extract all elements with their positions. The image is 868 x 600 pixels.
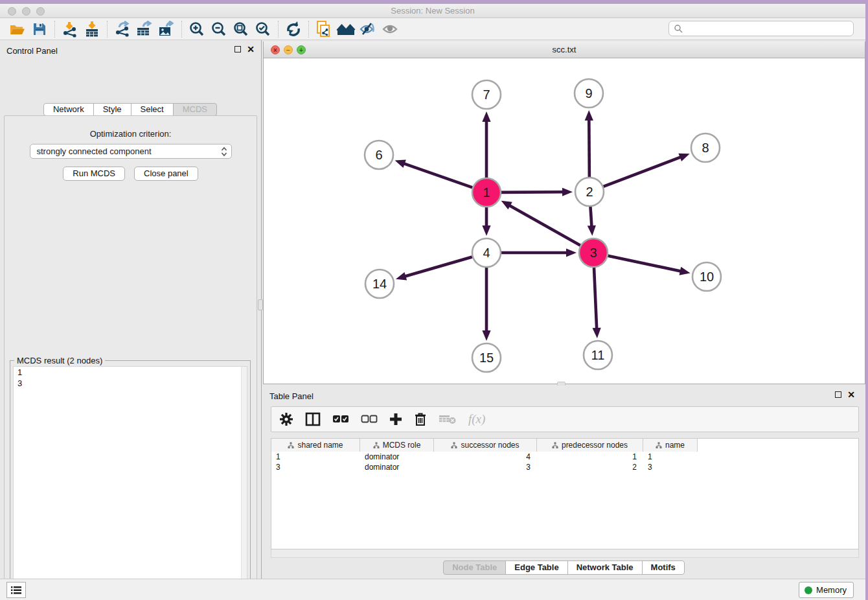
table-cell[interactable]: dominator	[360, 452, 434, 462]
tab-node-table[interactable]: Node Table	[443, 560, 506, 575]
gear-icon	[279, 412, 293, 426]
table-cell[interactable]: 1	[643, 452, 698, 462]
delete-table-button[interactable]	[439, 410, 457, 428]
criterion-dropdown[interactable]: strongly connected component	[30, 144, 232, 159]
table-cell[interactable]: 3	[271, 462, 360, 472]
column-header-predecessor-nodes[interactable]: predecessor nodes	[537, 439, 643, 452]
table-cell[interactable]: 3	[434, 462, 537, 472]
delete-row-button[interactable]	[414, 410, 427, 428]
table-row[interactable]: 3dominator323	[271, 462, 858, 472]
column-type-icon	[451, 442, 457, 448]
show-panels-button[interactable]	[6, 582, 26, 598]
zoom-fit-button[interactable]	[230, 20, 252, 38]
control-panel-float-icon[interactable]	[234, 46, 241, 52]
add-row-button[interactable]	[389, 410, 402, 428]
mcds-result-list[interactable]: 13	[13, 366, 247, 600]
save-session-button[interactable]	[29, 20, 51, 38]
tab-select[interactable]: Select	[131, 103, 174, 116]
toggle-columns-button[interactable]	[305, 410, 321, 428]
edge-3-11[interactable]	[594, 268, 597, 329]
search-field[interactable]	[668, 21, 854, 36]
export-image-button[interactable]	[155, 20, 177, 38]
memory-button[interactable]: Memory	[799, 582, 854, 598]
apply-layout-button[interactable]	[282, 20, 304, 38]
table-cell[interactable]: 1	[271, 452, 360, 462]
criterion-dropdown-value: strongly connected component	[37, 146, 221, 156]
list-icon	[10, 586, 22, 595]
node-label-9: 9	[585, 86, 592, 100]
tab-network[interactable]: Network	[43, 103, 94, 116]
edge-arrowhead	[482, 330, 490, 341]
fx-label: f(x)	[468, 412, 485, 426]
clone-network-button[interactable]	[313, 20, 335, 38]
network-canvas[interactable]: 7968124314101511	[264, 58, 865, 383]
table-cell[interactable]: 3	[643, 462, 698, 472]
edge-2-3[interactable]	[590, 207, 591, 227]
edge-4-14[interactable]	[404, 257, 472, 276]
table-row[interactable]: 1dominator411	[271, 452, 858, 462]
edge-2-8[interactable]	[604, 157, 681, 187]
result-scrollbar[interactable]	[241, 367, 247, 600]
hide-selected-button[interactable]	[357, 20, 379, 38]
zoom-selected-button[interactable]	[252, 20, 274, 38]
table-panel-close-icon[interactable]: ✕	[847, 391, 855, 398]
panel-splitter-handle[interactable]	[258, 299, 263, 310]
export-table-icon	[135, 21, 154, 38]
export-network-button[interactable]	[111, 20, 133, 38]
open-session-button[interactable]	[6, 20, 29, 38]
show-hidden-button[interactable]	[379, 20, 401, 38]
select-all-button[interactable]	[332, 410, 349, 428]
zoom-out-button[interactable]	[208, 20, 230, 38]
edge-arrowhead	[396, 272, 407, 281]
control-panel-close-icon[interactable]: ✕	[247, 46, 255, 52]
column-header-name[interactable]: name	[643, 439, 698, 452]
zoom-in-button[interactable]	[186, 20, 208, 38]
edge-arrowhead	[482, 225, 490, 236]
import-table-button[interactable]	[81, 20, 103, 38]
node-label-2: 2	[586, 185, 593, 199]
search-input[interactable]	[683, 24, 853, 33]
export-table-button[interactable]	[133, 20, 155, 38]
function-builder-button[interactable]: f(x)	[468, 410, 485, 428]
table-toolbar: f(x)	[271, 406, 859, 432]
table-cell[interactable]: 4	[434, 452, 537, 462]
column-header-MCDS-role[interactable]: MCDS role	[360, 439, 434, 452]
table-cell[interactable]: 1	[537, 452, 643, 462]
node-label-10: 10	[700, 270, 714, 284]
tab-edge-table[interactable]: Edge Table	[505, 560, 567, 575]
window-title: Session: New Session	[0, 6, 865, 16]
column-header-successor-nodes[interactable]: successor nodes	[434, 439, 537, 452]
table-panel-float-icon[interactable]	[835, 391, 841, 398]
plus-icon	[389, 413, 402, 426]
edge-3-1[interactable]	[509, 205, 580, 246]
mcds-result-item[interactable]: 1	[14, 367, 247, 378]
edge-arrowhead	[588, 225, 596, 236]
tab-network-table[interactable]: Network Table	[567, 560, 643, 575]
deselect-all-button[interactable]	[361, 410, 378, 428]
network-graph[interactable]: 7968124314101511	[264, 58, 865, 383]
edge-arrowhead	[482, 111, 490, 122]
mcds-result-item[interactable]: 3	[14, 378, 247, 389]
mcds-result-box: MCDS result (2 nodes) 13	[10, 360, 251, 600]
table-cell[interactable]: dominator	[360, 462, 434, 472]
edge-1-6[interactable]	[404, 163, 473, 187]
column-header-shared-name[interactable]: shared name	[271, 439, 360, 452]
table-settings-button[interactable]	[279, 410, 293, 428]
edge-3-10[interactable]	[608, 256, 681, 271]
memory-label: Memory	[816, 585, 847, 595]
chevron-up-down-icon	[221, 146, 227, 157]
tab-motifs[interactable]: Motifs	[642, 560, 685, 575]
run-mcds-button[interactable]: Run MCDS	[63, 167, 125, 181]
show-all-networks-button[interactable]	[335, 20, 357, 38]
edge-1-2[interactable]	[501, 192, 564, 192]
tab-style[interactable]: Style	[93, 103, 131, 116]
tab-mcds[interactable]: MCDS	[173, 103, 217, 116]
import-network-button[interactable]	[59, 20, 81, 38]
close-panel-button[interactable]: Close panel	[134, 167, 198, 181]
edge-arrowhead	[678, 154, 689, 161]
network-view-window: × − + scc.txt 7968124314101511	[263, 41, 865, 384]
node-table[interactable]: shared nameMCDS rolesuccessor nodesprede…	[271, 438, 859, 549]
table-cell[interactable]: 2	[537, 462, 643, 472]
checked-boxes-icon	[332, 415, 349, 424]
edge-2-9[interactable]	[589, 119, 589, 177]
